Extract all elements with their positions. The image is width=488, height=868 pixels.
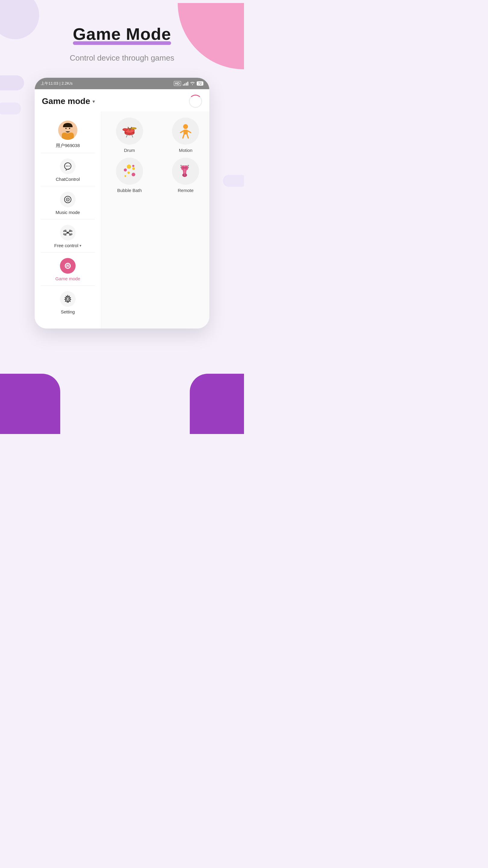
free-control-label: Free control [54,243,78,248]
svg-line-40 [181,131,184,133]
setting-icon [60,291,76,307]
svg-line-41 [188,131,191,133]
bg-decoration-bottom-right [190,374,244,434]
app-header: Game mode ▾ [35,89,209,112]
svg-point-6 [67,166,68,167]
svg-point-32 [123,128,127,131]
sidebar-item-setting[interactable]: Setting [35,286,101,318]
sidebar-item-game-mode[interactable]: Game mode [35,253,101,285]
bubble-dots [121,163,138,179]
svg-rect-39 [184,130,188,134]
svg-rect-0 [62,133,74,140]
signal-icon [183,82,188,86]
free-control-dropdown-arrow[interactable]: ▾ [79,244,82,248]
app-title-row[interactable]: Game mode ▾ [42,96,95,106]
game-item-bubble-bath[interactable]: Bubble Bath [106,158,153,193]
bg-decoration-mid-right [223,175,244,187]
remote-label: Remote [178,188,194,193]
bg-decoration-bottom-left [0,374,60,434]
music-mode-label: Music mode [56,210,80,215]
drum-label: Drum [124,148,135,153]
battery-level: 72 [198,82,202,85]
bg-decoration-mid-left2 [0,102,21,115]
phone-mockup: 上午11:03 | 2.2K/s HD 72 Game mode ▾ [35,78,209,329]
page-header: Game Mode Control device through games [0,0,244,63]
svg-point-49 [188,165,189,166]
svg-point-24 [68,265,69,266]
drum-icon-circle [116,118,143,145]
drum-svg [121,123,138,139]
music-mode-icon [60,192,76,207]
motion-icon-circle [172,118,199,145]
svg-point-28 [67,298,69,300]
svg-point-3 [69,128,70,129]
page-title: Game Mode [73,24,171,44]
svg-point-38 [183,124,188,129]
svg-point-10 [67,199,68,200]
sidebar: 用户969038 ChatControl [35,112,101,329]
setting-label: Setting [61,309,75,314]
svg-point-50 [188,167,189,168]
remote-icon-circle [172,158,199,185]
svg-line-43 [187,134,188,138]
loading-spinner [189,95,202,108]
svg-point-5 [66,166,67,167]
content-area: Drum Moti [101,112,209,329]
game-item-remote[interactable]: Remote [158,158,205,193]
bubble-bath-label: Bubble Bath [117,188,142,193]
svg-rect-46 [182,167,187,168]
sidebar-user[interactable]: 用户969038 [35,115,101,153]
svg-point-47 [181,165,182,166]
avatar [58,121,77,140]
remote-svg [177,163,194,179]
page-subtitle: Control device through games [0,53,244,63]
svg-point-2 [65,128,67,129]
wifi-icon [190,82,195,85]
status-bar-time-speed: 上午11:03 | 2.2K/s [41,81,73,86]
bg-decoration-mid-left [0,75,24,90]
motion-svg [177,123,194,139]
svg-line-34 [126,134,127,137]
svg-point-27 [67,263,68,264]
game-item-drum[interactable]: Drum [106,118,153,153]
battery-icon: 72 [197,82,203,86]
game-item-motion[interactable]: Motion [158,118,205,153]
motion-label: Motion [179,148,193,153]
game-grid: Drum Moti [106,118,204,193]
game-mode-label: Game mode [56,276,80,281]
svg-rect-25 [67,267,69,267]
user-name: 用户969038 [56,143,80,149]
svg-point-48 [181,167,182,168]
app-mode-title: Game mode [42,96,90,106]
mode-dropdown-arrow[interactable]: ▾ [93,98,95,104]
chat-control-label: ChatControl [56,177,80,182]
status-bar: 上午11:03 | 2.2K/s HD 72 [35,78,209,89]
avatar-image [58,121,77,140]
status-speed: 2.2K/s [61,81,73,86]
chat-control-icon [60,158,76,174]
free-control-row: Free control ▾ [54,243,82,248]
app-body: 用户969038 ChatControl [35,112,209,329]
status-time: 上午11:03 [41,81,59,86]
sidebar-item-chat-control[interactable]: ChatControl [35,153,101,186]
game-mode-icon [60,258,76,274]
hd-badge: HD [174,81,181,86]
svg-line-42 [183,134,184,138]
sidebar-item-music-mode[interactable]: Music mode [35,186,101,219]
svg-line-35 [132,134,133,137]
free-control-icon [60,225,76,241]
svg-point-7 [69,166,70,167]
sidebar-item-free-control[interactable]: Free control ▾ [35,219,101,252]
svg-point-23 [67,265,67,266]
status-bar-right: HD 72 [174,81,203,86]
bubble-bath-icon-circle [116,158,143,185]
